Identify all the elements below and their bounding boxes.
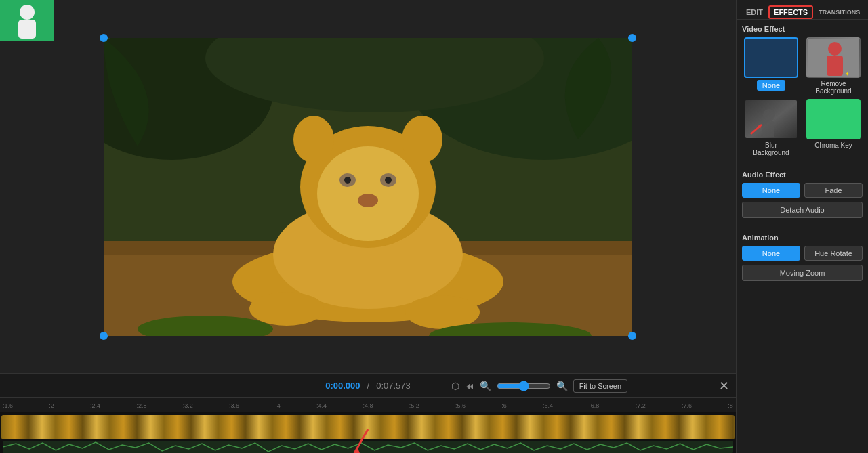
- hue-rotate-button[interactable]: Hue Rotate: [804, 246, 863, 261]
- svg-point-15: [385, 177, 392, 184]
- moving-zoom-button[interactable]: Moving Zoom: [742, 265, 863, 281]
- detach-audio-button[interactable]: Detach Audio: [742, 202, 863, 218]
- svg-rect-26: [827, 56, 843, 76]
- video-track: [0, 414, 736, 439]
- effect-chroma-key-label: Chroma Key: [814, 142, 852, 149]
- effect-none-label: None: [757, 80, 785, 91]
- audio-fade-button[interactable]: Fade: [804, 183, 863, 198]
- effect-remove-bg[interactable]: ✦ RemoveBackground: [804, 37, 863, 95]
- close-button[interactable]: ✕: [719, 379, 729, 393]
- animation-buttons: None Hue Rotate: [742, 246, 863, 261]
- zoom-out-icon[interactable]: 🔍: [480, 381, 491, 391]
- panel-content: Video Effect None: [737, 20, 868, 453]
- audio-effect-buttons: None Fade: [742, 183, 863, 198]
- zoom-in-icon[interactable]: 🔍: [556, 381, 568, 391]
- effect-grid: None ✦ Remov: [742, 37, 863, 156]
- tab-edit[interactable]: EDIT: [742, 5, 767, 19]
- zoom-slider[interactable]: [497, 381, 551, 391]
- video-preview: [0, 0, 736, 373]
- video-effect-label: Video Effect: [742, 25, 863, 33]
- ruler-marks: :1.6 :2 :2.4 :2.8 :3.2 :3.6 :4 :4.4 :4.8…: [3, 402, 733, 409]
- svg-text:✦: ✦: [845, 71, 850, 77]
- audio-track: [3, 441, 733, 453]
- tab-timing[interactable]: TIMING: [865, 5, 868, 19]
- svg-point-10: [293, 116, 334, 163]
- right-panel: EDIT EFFECTS TRANSITIONS TIMING Video Ef…: [736, 0, 868, 453]
- effect-none-thumbnail: [744, 37, 798, 78]
- timeline-track[interactable]: [0, 412, 736, 453]
- effect-chroma-key[interactable]: Chroma Key: [804, 99, 863, 156]
- divider-1: [742, 165, 863, 165]
- skip-to-start-icon[interactable]: ⏮: [465, 381, 474, 391]
- svg-point-30: [763, 109, 775, 121]
- timeline-ruler: :1.6 :2 :2.4 :2.8 :3.2 :3.6 :4 :4.4 :4.8…: [0, 397, 736, 412]
- svg-point-11: [402, 116, 442, 163]
- video-area: 0:00.000 / 0:07.573 ⬡ ⏮ 🔍 🔍 Fit to Scree…: [0, 0, 736, 453]
- add-clip-icon[interactable]: ⬡: [451, 381, 459, 391]
- effect-remove-bg-thumbnail: ✦: [806, 37, 861, 78]
- effect-remove-bg-label: RemoveBackground: [815, 80, 851, 95]
- svg-point-14: [344, 177, 351, 184]
- effect-none[interactable]: None: [742, 37, 800, 95]
- animation-none-button[interactable]: None: [742, 246, 800, 261]
- divider-2: [742, 228, 863, 228]
- svg-point-17: [249, 292, 324, 326]
- video-thumbnail-strip: [1, 415, 735, 439]
- transport-icons: ⬡ ⏮ 🔍 🔍 Fit to Screen: [451, 379, 627, 393]
- timeline-controls: 0:00.000 / 0:07.573 ⬡ ⏮ 🔍 🔍 Fit to Scree…: [0, 373, 736, 397]
- corner-handle-bl[interactable]: [100, 332, 108, 340]
- video-frame: [104, 38, 632, 336]
- fit-to-screen-button[interactable]: Fit to Screen: [573, 379, 627, 393]
- tab-transitions[interactable]: TRANSITIONS: [814, 6, 864, 18]
- effect-chroma-key-thumbnail: [806, 99, 861, 139]
- svg-point-25: [828, 42, 842, 56]
- audio-effect-label: Audio Effect: [742, 171, 863, 179]
- current-time: 0:00.000: [325, 381, 360, 391]
- panel-tabs: EDIT EFFECTS TRANSITIONS TIMING: [737, 0, 868, 20]
- svg-point-18: [405, 295, 480, 329]
- effect-blur-bg-label: BlurBackground: [753, 142, 789, 156]
- corner-handle-tr[interactable]: [628, 34, 636, 42]
- corner-handle-tl[interactable]: [100, 34, 108, 42]
- corner-handle-br[interactable]: [628, 332, 636, 340]
- svg-point-16: [358, 194, 378, 207]
- audio-none-button[interactable]: None: [742, 183, 800, 198]
- animation-label: Animation: [742, 234, 863, 242]
- audio-waveform: [3, 441, 733, 453]
- total-time: 0:07.573: [376, 381, 411, 391]
- main-container: 0:00.000 / 0:07.573 ⬡ ⏮ 🔍 🔍 Fit to Scree…: [0, 0, 868, 453]
- effect-blur-bg[interactable]: BlurBackground: [742, 99, 800, 156]
- effect-blur-bg-thumbnail: [744, 99, 798, 139]
- tab-effects[interactable]: EFFECTS: [768, 5, 813, 19]
